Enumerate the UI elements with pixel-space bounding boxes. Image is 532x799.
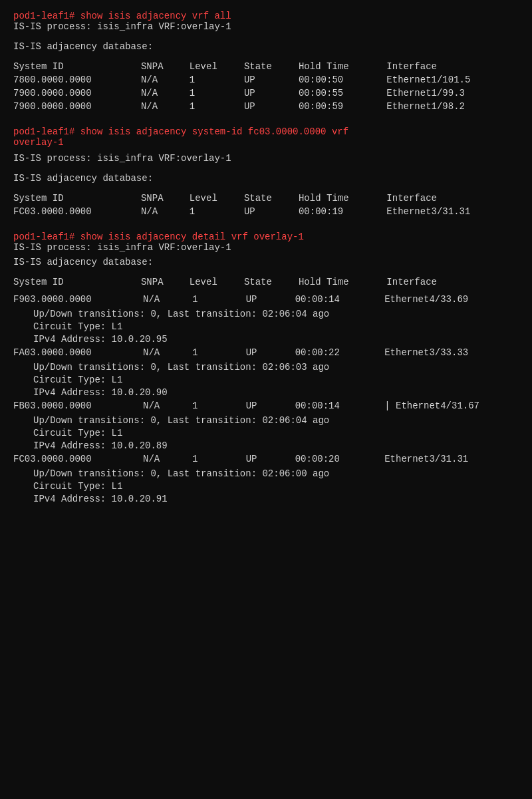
circuit-fb03: Circuit Type: L1	[33, 428, 519, 438]
cell-sysid: 7900.0000.0000	[13, 88, 141, 101]
section-3: pod1-leaf1# show isis adjacency detail v…	[13, 232, 519, 504]
updown-fb03: Up/Down transitions: 0, Last transition:…	[33, 415, 519, 426]
header-interface-1: Interface	[386, 61, 519, 75]
section-2: pod1-leaf1# show isis adjacency system-i…	[13, 126, 519, 220]
cell-sysid: FA03.0000.0000	[13, 347, 143, 361]
header-interface-2: Interface	[386, 193, 519, 206]
detail-block-fc03: Up/Down transitions: 0, Last transition:…	[13, 468, 519, 504]
cell-state: UP	[244, 101, 299, 114]
ipv4-fa03: IPv4 Address: 10.0.20.90	[33, 387, 519, 398]
process-line-2: IS-IS process: isis_infra VRF:overlay-1	[13, 153, 519, 164]
cell-state: UP	[244, 75, 299, 88]
cell-state: UP	[246, 294, 295, 307]
table-row: FB03.0000.0000 N/A 1 UP 00:00:14 | Ether…	[13, 400, 519, 414]
cell-snpa: N/A	[143, 347, 192, 361]
cell-snpa: N/A	[143, 294, 192, 307]
cell-snpa: N/A	[141, 75, 190, 88]
cell-interface: Ethernet4/33.69	[384, 294, 519, 307]
cell-holdtime: 00:00:14	[295, 294, 385, 307]
terminal: pod1-leaf1# show isis adjacency vrf all …	[13, 11, 519, 504]
cell-level: 1	[192, 454, 246, 467]
header-holdtime-2: Hold Time	[299, 193, 386, 206]
command-1: pod1-leaf1# show isis adjacency vrf all	[13, 11, 231, 21]
detail-entry-fb03: FB03.0000.0000 N/A 1 UP 00:00:14 | Ether…	[13, 400, 519, 451]
header-level-3: Level	[190, 277, 244, 290]
header-holdtime-1: Hold Time	[299, 61, 386, 75]
command-3: pod1-leaf1# show isis adjacency detail v…	[13, 232, 304, 242]
updown-fc03: Up/Down transitions: 0, Last transition:…	[33, 468, 519, 479]
detail-block-fb03: Up/Down transitions: 0, Last transition:…	[13, 415, 519, 451]
db-line-2: IS-IS adjacency database:	[13, 173, 519, 184]
pipe-char: |	[384, 400, 396, 411]
table-row: 7800.0000.0000 N/A 1 UP 00:00:50 Etherne…	[13, 75, 519, 88]
cell-level: 1	[190, 75, 244, 88]
header-state-1: State	[244, 61, 299, 75]
cell-snpa: N/A	[141, 88, 190, 101]
header-state-3: State	[244, 277, 299, 290]
cell-holdtime: 00:00:19	[299, 206, 386, 220]
cell-level: 1	[192, 347, 246, 361]
cell-interface: Ethernet1/98.2	[386, 101, 519, 114]
table-row: FC03.0000.0000 N/A 1 UP 00:00:19 Etherne…	[13, 206, 519, 220]
table-row: 7900.0000.0000 N/A 1 UP 00:00:59 Etherne…	[13, 101, 519, 114]
table-row: 7900.0000.0000 N/A 1 UP 00:00:55 Etherne…	[13, 88, 519, 101]
table-row: F903.0000.0000 N/A 1 UP 00:00:14 Etherne…	[13, 294, 519, 307]
cell-state: UP	[246, 454, 295, 467]
header-sysid-1: System ID	[13, 61, 141, 75]
cell-state: UP	[244, 88, 299, 101]
cell-holdtime: 00:00:50	[299, 75, 386, 88]
circuit-fc03: Circuit Type: L1	[33, 481, 519, 492]
cell-sysid: FC03.0000.0000	[13, 206, 141, 220]
cell-interface: Ethernet1/99.3	[386, 88, 519, 101]
cell-sysid: 7800.0000.0000	[13, 75, 141, 88]
row-table-f903: F903.0000.0000 N/A 1 UP 00:00:14 Etherne…	[13, 294, 519, 307]
header-snpa-3: SNPA	[141, 277, 190, 290]
cell-holdtime: 00:00:59	[299, 101, 386, 114]
cell-state: UP	[244, 206, 299, 220]
row-table-fc03: FC03.0000.0000 N/A 1 UP 00:00:20 Etherne…	[13, 454, 519, 467]
cell-holdtime: 00:00:14	[295, 400, 385, 414]
header-state-2: State	[244, 193, 299, 206]
process-line-1: IS-IS process: isis_infra VRF:overlay-1	[13, 21, 519, 32]
table-row: FA03.0000.0000 N/A 1 UP 00:00:22 Etherne…	[13, 347, 519, 361]
adjacency-table-2: System ID SNPA Level State Hold Time Int…	[13, 193, 519, 220]
row-table-fb03: FB03.0000.0000 N/A 1 UP 00:00:14 | Ether…	[13, 400, 519, 414]
cell-sysid: 7900.0000.0000	[13, 101, 141, 114]
cell-level: 1	[192, 294, 246, 307]
process-line-3: IS-IS process: isis_infra VRF:overlay-1	[13, 242, 519, 253]
header-level-2: Level	[190, 193, 244, 206]
cell-holdtime: 00:00:22	[295, 347, 385, 361]
cell-level: 1	[190, 101, 244, 114]
cell-level: 1	[190, 88, 244, 101]
updown-fa03: Up/Down transitions: 0, Last transition:…	[33, 362, 519, 373]
header-sysid-3: System ID	[13, 277, 141, 290]
circuit-f903: Circuit Type: L1	[33, 321, 519, 332]
cell-state: UP	[246, 400, 295, 414]
db-line-1: IS-IS adjacency database:	[13, 41, 519, 52]
header-interface-3: Interface	[386, 277, 519, 290]
header-snpa-1: SNPA	[141, 61, 190, 75]
adjacency-table-3: System ID SNPA Level State Hold Time Int…	[13, 277, 519, 290]
header-sysid-2: System ID	[13, 193, 141, 206]
cell-sysid: FC03.0000.0000	[13, 454, 143, 467]
detail-entry-fa03: FA03.0000.0000 N/A 1 UP 00:00:22 Etherne…	[13, 347, 519, 398]
db-line-3: IS-IS adjacency database:	[13, 257, 519, 267]
detail-entry-f903: F903.0000.0000 N/A 1 UP 00:00:14 Etherne…	[13, 294, 519, 345]
cell-interface: Ethernet3/31.31	[386, 206, 519, 220]
detail-block-fa03: Up/Down transitions: 0, Last transition:…	[13, 362, 519, 398]
cell-level: 1	[190, 206, 244, 220]
table-row: FC03.0000.0000 N/A 1 UP 00:00:20 Etherne…	[13, 454, 519, 467]
cell-snpa: N/A	[143, 454, 192, 467]
cell-snpa: N/A	[141, 101, 190, 114]
cell-interface: | Ethernet4/31.67	[384, 400, 519, 414]
cell-level: 1	[192, 400, 246, 414]
circuit-fa03: Circuit Type: L1	[33, 375, 519, 385]
cell-interface: Ethernet1/101.5	[386, 75, 519, 88]
detail-block-f903: Up/Down transitions: 0, Last transition:…	[13, 309, 519, 345]
row-table-fa03: FA03.0000.0000 N/A 1 UP 00:00:22 Etherne…	[13, 347, 519, 361]
adjacency-table-1: System ID SNPA Level State Hold Time Int…	[13, 61, 519, 114]
header-holdtime-3: Hold Time	[299, 277, 386, 290]
command-2: pod1-leaf1# show isis adjacency system-i…	[13, 126, 348, 148]
header-level-1: Level	[190, 61, 244, 75]
updown-f903: Up/Down transitions: 0, Last transition:…	[33, 309, 519, 319]
